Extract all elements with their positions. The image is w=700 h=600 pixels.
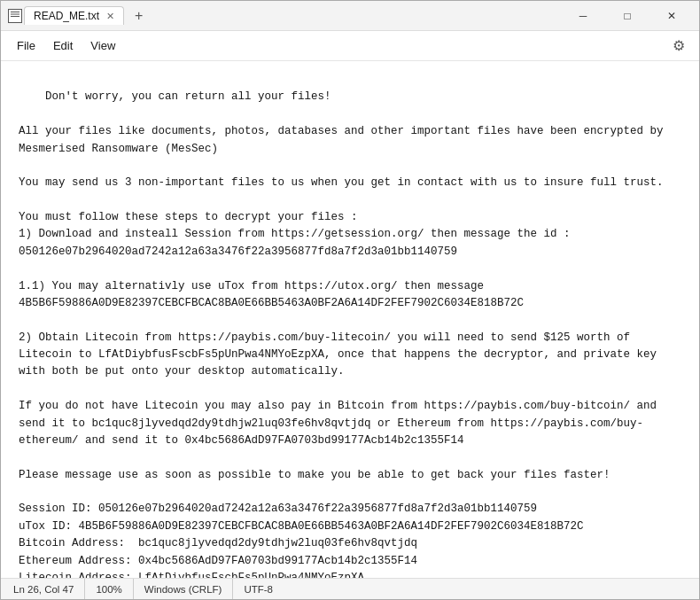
close-button[interactable]: ✕: [651, 3, 692, 29]
text-editor[interactable]: Don't worry, you can return all your fil…: [1, 61, 699, 578]
view-menu[interactable]: View: [82, 35, 124, 56]
maximize-button[interactable]: □: [607, 3, 648, 29]
zoom-level[interactable]: 100%: [85, 579, 133, 599]
tab-title: READ_ME.txt: [34, 10, 99, 22]
active-tab[interactable]: READ_ME.txt ✕: [24, 6, 124, 25]
editor-content: Don't worry, you can return all your fil…: [19, 90, 664, 578]
status-bar: Ln 26, Col 47 100% Windows (CRLF) UTF-8: [1, 578, 699, 599]
main-window: READ_ME.txt ✕ + ─ □ ✕ File Edit View ⚙ D…: [0, 0, 700, 600]
cursor-position: Ln 26, Col 47: [10, 579, 85, 599]
menu-bar: File Edit View ⚙: [1, 31, 699, 61]
settings-icon[interactable]: ⚙: [665, 34, 692, 58]
title-bar: READ_ME.txt ✕ + ─ □ ✕: [1, 1, 699, 31]
tab-close-button[interactable]: ✕: [106, 11, 114, 22]
file-menu[interactable]: File: [8, 35, 44, 56]
window-controls: ─ □ ✕: [563, 3, 692, 29]
edit-menu[interactable]: Edit: [44, 35, 82, 56]
new-tab-button[interactable]: +: [129, 8, 148, 24]
encoding[interactable]: UTF-8: [233, 579, 284, 599]
minimize-button[interactable]: ─: [563, 3, 603, 29]
line-ending[interactable]: Windows (CRLF): [134, 579, 234, 599]
app-icon: [8, 9, 22, 23]
